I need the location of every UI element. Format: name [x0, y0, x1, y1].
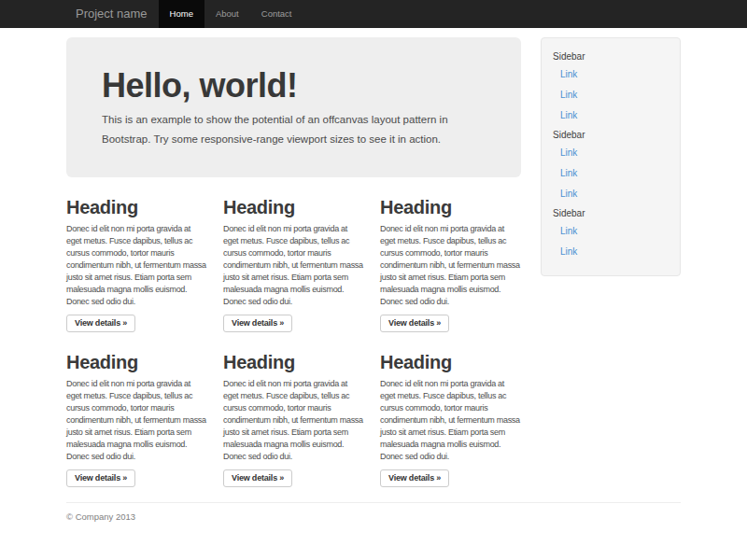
sidebar-link[interactable]: Link: [542, 105, 680, 126]
card-body-text: Donec id elit non mi porta gravida at eg…: [380, 378, 520, 463]
card: Heading Donec id elit non mi porta gravi…: [66, 177, 206, 332]
copyright-text: © Company 2013: [66, 511, 681, 522]
nav-item-about[interactable]: About: [204, 0, 250, 28]
card-heading: Heading: [380, 351, 520, 373]
cards-row-1: Heading Donec id elit non mi porta gravi…: [66, 177, 521, 332]
card-heading: Heading: [223, 196, 363, 218]
card-body-text: Donec id elit non mi porta gravida at eg…: [66, 378, 206, 463]
card: Heading Donec id elit non mi porta gravi…: [223, 177, 363, 332]
nav-item-home[interactable]: Home: [159, 0, 204, 28]
card-body-text: Donec id elit non mi porta gravida at eg…: [223, 378, 363, 463]
view-details-button[interactable]: View details »: [223, 469, 292, 487]
card: Heading Donec id elit non mi porta gravi…: [380, 332, 520, 487]
page-container: Hello, world! This is an example to show…: [66, 28, 681, 522]
card-heading: Heading: [66, 196, 206, 218]
sidebar-link[interactable]: Link: [542, 242, 680, 262]
navbar-inner: Project name Home About Contact: [66, 0, 681, 28]
sidebar-link[interactable]: Link: [542, 163, 680, 184]
sidebar-group-header: Sidebar: [542, 204, 680, 221]
view-details-button[interactable]: View details »: [223, 315, 292, 332]
card: Heading Donec id elit non mi porta gravi…: [380, 177, 520, 332]
sidebar-link[interactable]: Link: [542, 221, 680, 242]
nav-item-contact[interactable]: Contact: [250, 0, 303, 28]
sidebar-link[interactable]: Link: [542, 85, 680, 105]
view-details-button[interactable]: View details »: [66, 469, 135, 487]
card-body-text: Donec id elit non mi porta gravida at eg…: [66, 223, 206, 308]
navbar-nav: Home About Contact: [159, 0, 303, 28]
cards-row-2: Heading Donec id elit non mi porta gravi…: [66, 332, 521, 487]
sidebar-group-header: Sidebar: [542, 48, 680, 64]
card-heading: Heading: [380, 196, 520, 218]
sidebar-link[interactable]: Link: [542, 64, 680, 85]
sidebar-column: Sidebar Link Link Link Sidebar Link Link…: [541, 28, 681, 276]
content-column: Hello, world! This is an example to show…: [66, 28, 521, 487]
sidebar-well: Sidebar Link Link Link Sidebar Link Link…: [541, 37, 681, 276]
view-details-button[interactable]: View details »: [66, 315, 135, 332]
navbar-brand[interactable]: Project name: [66, 0, 157, 28]
main-row: Hello, world! This is an example to show…: [66, 28, 681, 487]
sidebar-link[interactable]: Link: [542, 143, 680, 163]
card: Heading Donec id elit non mi porta gravi…: [223, 332, 363, 487]
sidebar-link[interactable]: Link: [542, 184, 680, 204]
page-title: Hello, world!: [102, 67, 486, 105]
card-heading: Heading: [66, 351, 206, 373]
sidebar-group-header: Sidebar: [542, 126, 680, 143]
card-body-text: Donec id elit non mi porta gravida at eg…: [223, 223, 363, 308]
card-heading: Heading: [223, 351, 363, 373]
navbar: Project name Home About Contact: [0, 0, 747, 28]
view-details-button[interactable]: View details »: [380, 469, 449, 487]
jumbotron: Hello, world! This is an example to show…: [66, 37, 521, 177]
view-details-button[interactable]: View details »: [380, 315, 449, 332]
card-body-text: Donec id elit non mi porta gravida at eg…: [380, 223, 520, 308]
card: Heading Donec id elit non mi porta gravi…: [66, 332, 206, 487]
footer: © Company 2013: [66, 502, 681, 522]
jumbotron-description: This is an example to show the potential…: [102, 110, 477, 149]
